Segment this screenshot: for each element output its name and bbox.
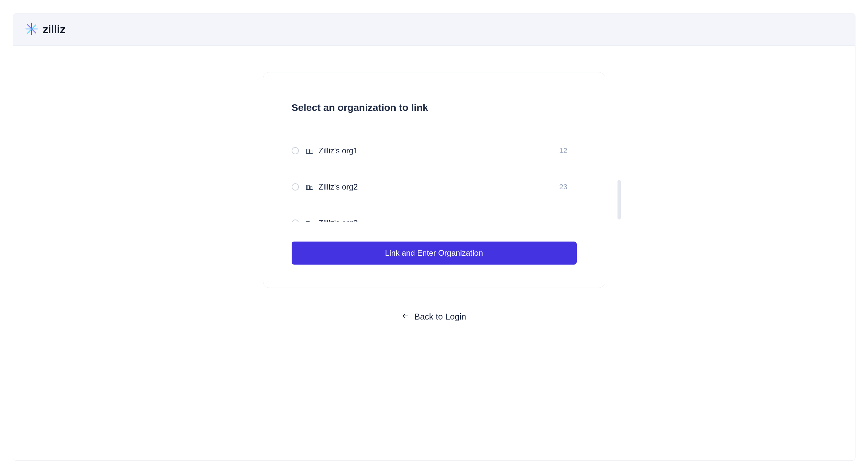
arrow-left-icon bbox=[402, 312, 409, 322]
topbar: zilliz bbox=[13, 13, 855, 46]
svg-rect-13 bbox=[309, 186, 312, 190]
building-icon bbox=[306, 147, 313, 155]
svg-rect-20 bbox=[306, 221, 309, 222]
organization-option[interactable]: Zilliz's org2 23 bbox=[292, 179, 570, 195]
organization-name: Zilliz's org2 bbox=[319, 182, 560, 191]
building-icon bbox=[306, 219, 313, 222]
building-icon bbox=[306, 183, 313, 191]
svg-rect-5 bbox=[309, 150, 312, 153]
back-to-login-link[interactable]: Back to Login bbox=[402, 312, 466, 322]
organization-count: 23 bbox=[559, 183, 567, 191]
radio-icon[interactable] bbox=[292, 219, 299, 222]
card-title: Select an organization to link bbox=[292, 102, 577, 113]
back-to-login-label: Back to Login bbox=[414, 312, 466, 322]
scrollbar-thumb[interactable] bbox=[618, 180, 621, 219]
link-and-enter-button[interactable]: Link and Enter Organization bbox=[292, 242, 577, 265]
zilliz-logo-icon bbox=[25, 22, 38, 37]
content-area: Select an organization to link bbox=[13, 46, 855, 342]
app-window: zilliz Select an organization to link bbox=[13, 13, 856, 461]
radio-icon[interactable] bbox=[292, 147, 299, 154]
brand: zilliz bbox=[25, 22, 65, 37]
organization-count: 12 bbox=[559, 147, 567, 155]
organization-name: Zilliz's org1 bbox=[319, 146, 560, 155]
organization-option[interactable]: Zilliz's org1 12 bbox=[292, 143, 570, 159]
select-org-card: Select an organization to link bbox=[263, 72, 605, 288]
organization-list[interactable]: Zilliz's org1 12 bbox=[292, 143, 577, 222]
radio-icon[interactable] bbox=[292, 183, 299, 190]
organization-option[interactable]: Zilliz's org3 bbox=[292, 215, 570, 222]
brand-name: zilliz bbox=[43, 23, 65, 36]
organization-name: Zilliz's org3 bbox=[319, 218, 567, 222]
